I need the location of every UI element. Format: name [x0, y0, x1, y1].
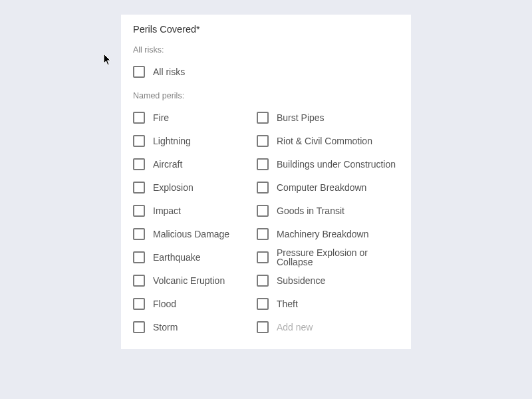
peril-checkbox[interactable] [133, 275, 145, 287]
peril-row[interactable]: Impact [133, 199, 251, 222]
peril-label: Subsidence [277, 276, 325, 285]
all-risks-label: All risks [153, 67, 185, 76]
peril-row[interactable]: Machinery Breakdown [257, 222, 396, 245]
peril-checkbox[interactable] [257, 112, 269, 124]
peril-row[interactable]: Volcanic Eruption [133, 269, 251, 292]
add-new-label[interactable]: Add new [277, 323, 313, 332]
peril-row[interactable]: Aircraft [133, 152, 251, 176]
peril-label: Goods in Transit [277, 206, 344, 215]
peril-label: Machinery Breakdown [277, 229, 369, 239]
peril-checkbox[interactable] [257, 182, 269, 194]
peril-checkbox[interactable] [133, 251, 145, 263]
peril-label: Earthquake [153, 253, 201, 262]
peril-row[interactable]: Lightning [133, 129, 251, 152]
all-risks-subheader: All risks: [133, 45, 399, 55]
peril-label: Burst Pipes [277, 113, 325, 122]
peril-checkbox[interactable] [257, 275, 269, 287]
peril-row[interactable]: Theft [257, 292, 396, 315]
peril-row[interactable]: Riot & Civil Commotion [257, 129, 396, 152]
peril-label: Riot & Civil Commotion [277, 136, 372, 146]
peril-label: Flood [153, 299, 176, 309]
peril-row[interactable]: Flood [133, 292, 251, 315]
all-risks-checkbox[interactable] [133, 66, 145, 78]
peril-label: Explosion [153, 183, 194, 192]
peril-row[interactable]: Goods in Transit [257, 199, 396, 222]
peril-checkbox[interactable] [133, 182, 145, 194]
perils-col-left: Fire Lightning Aircraft Explosion Impact… [133, 106, 251, 338]
peril-row[interactable]: Pressure Explosion or Collapse [257, 245, 396, 269]
peril-label: Computer Breakdown [277, 183, 366, 192]
add-new-checkbox[interactable] [257, 321, 269, 333]
peril-label: Theft [277, 299, 298, 309]
peril-label: Fire [153, 113, 169, 122]
named-perils-subheader: Named perils: [133, 91, 399, 100]
peril-label: Impact [153, 206, 181, 215]
perils-columns: Fire Lightning Aircraft Explosion Impact… [133, 106, 399, 338]
peril-row[interactable]: Storm [133, 315, 251, 338]
peril-checkbox[interactable] [133, 135, 145, 147]
section-title: Perils Covered* [133, 24, 399, 35]
add-new-row[interactable]: Add new [257, 315, 396, 338]
perils-col-right: Burst Pipes Riot & Civil Commotion Build… [257, 106, 396, 338]
peril-row[interactable]: Computer Breakdown [257, 176, 396, 199]
peril-checkbox[interactable] [133, 298, 145, 310]
peril-row[interactable]: Buildings under Construction [257, 152, 396, 176]
peril-checkbox[interactable] [133, 112, 145, 124]
peril-label: Malicious Damage [153, 229, 229, 239]
peril-row[interactable]: Burst Pipes [257, 106, 396, 129]
peril-checkbox[interactable] [257, 298, 269, 310]
peril-label: Buildings under Construction [277, 160, 396, 169]
perils-card: Perils Covered* All risks: All risks Nam… [121, 15, 411, 349]
peril-checkbox[interactable] [133, 228, 145, 240]
peril-label: Lightning [153, 136, 191, 146]
peril-row[interactable]: Explosion [133, 176, 251, 199]
peril-row[interactable]: Fire [133, 106, 251, 129]
peril-label: Storm [153, 323, 178, 332]
peril-checkbox[interactable] [133, 158, 145, 170]
peril-checkbox[interactable] [257, 205, 269, 217]
cursor-icon [103, 53, 112, 66]
peril-row[interactable]: Subsidence [257, 269, 396, 292]
all-risks-row[interactable]: All risks [133, 60, 399, 83]
peril-label: Volcanic Eruption [153, 276, 225, 285]
peril-label: Pressure Explosion or Collapse [277, 248, 396, 267]
peril-checkbox[interactable] [257, 228, 269, 240]
peril-checkbox[interactable] [133, 205, 145, 217]
peril-row[interactable]: Earthquake [133, 245, 251, 269]
peril-row[interactable]: Malicious Damage [133, 222, 251, 245]
peril-checkbox[interactable] [257, 158, 269, 170]
peril-checkbox[interactable] [257, 251, 269, 263]
peril-checkbox[interactable] [257, 135, 269, 147]
peril-label: Aircraft [153, 160, 182, 169]
peril-checkbox[interactable] [133, 321, 145, 333]
